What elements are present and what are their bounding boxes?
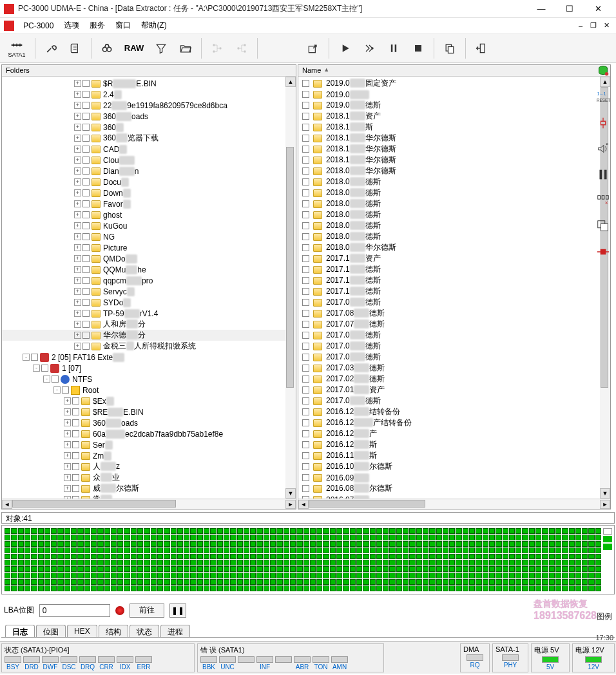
tree-row[interactable]: +TP-59xxxxrV1.4 — [2, 308, 296, 319]
checkbox[interactable] — [302, 255, 309, 262]
list-item[interactable]: 2018.1xxxx斯 — [298, 122, 610, 133]
checkbox[interactable] — [302, 332, 309, 339]
list-item[interactable]: 2017.08xxxx德斯 — [298, 308, 610, 319]
checkbox[interactable] — [302, 485, 309, 492]
checkbox[interactable] — [302, 146, 309, 153]
expander-icon[interactable]: + — [74, 277, 81, 284]
checkbox[interactable] — [82, 266, 90, 273]
checkbox[interactable] — [302, 178, 309, 185]
checkbox[interactable] — [302, 288, 309, 295]
scroll-left-icon[interactable]: ◄ — [298, 500, 309, 509]
tree-row[interactable]: +Serxx — [2, 439, 296, 450]
tree-row[interactable]: +QQMuxxxhe — [2, 264, 296, 275]
binoculars-icon[interactable] — [95, 37, 119, 60]
export-icon[interactable] — [302, 37, 325, 60]
tree-row[interactable]: -Root — [2, 385, 296, 395]
tree-row[interactable]: +Dianxxxxn — [2, 166, 296, 176]
list-item[interactable]: 2019.0xxxxx — [298, 89, 610, 100]
record-icon[interactable] — [115, 606, 124, 615]
tree-row[interactable]: +Favorxx — [2, 198, 296, 209]
list-item[interactable]: 2018.0xxxx德斯 — [298, 198, 610, 209]
tree-row[interactable]: +$Exxx — [2, 395, 296, 406]
list-item[interactable]: 2017.0xxxx德斯 — [298, 395, 610, 406]
list-item[interactable]: 2016.10xxxx尔德斯 — [298, 461, 610, 472]
tree-row[interactable]: +Clouxxxx — [2, 155, 296, 166]
tree-row[interactable]: +常xxx — [2, 494, 296, 499]
expander-icon[interactable]: - — [43, 376, 50, 383]
tree-row[interactable]: +华尔德xxx分 — [2, 330, 296, 341]
tree-row[interactable]: +60axxxxxec2dcab7faa9dbb75ab1ef8e — [2, 428, 296, 439]
funnel-icon[interactable] — [149, 37, 173, 60]
menu-options[interactable]: 选项 — [59, 20, 84, 31]
checkbox[interactable] — [302, 80, 309, 87]
tree-row[interactable]: +QMDoxxx — [2, 253, 296, 264]
checkbox[interactable] — [82, 124, 90, 131]
goto-button[interactable]: 前往 — [130, 604, 164, 618]
expander-icon[interactable]: + — [74, 80, 81, 87]
list-item[interactable]: 2017.0xxxx德斯 — [298, 341, 610, 352]
checkbox[interactable] — [302, 167, 309, 175]
components-icon[interactable]: × — [593, 192, 613, 209]
checkbox[interactable] — [82, 255, 90, 262]
list-item[interactable]: 2017.0xxxx德斯 — [298, 330, 610, 341]
tree-row[interactable]: +威xxxx尔德斯 — [2, 483, 296, 494]
minimize-button[interactable]: — — [527, 1, 555, 17]
lba-input[interactable] — [39, 604, 110, 617]
tree-row[interactable]: +360xxxxoads — [2, 111, 296, 122]
expander-icon[interactable]: + — [64, 463, 71, 470]
expander-icon[interactable]: - — [33, 365, 40, 372]
list-item[interactable]: 2018.1xxxx华尔德斯 — [298, 133, 610, 144]
list-item[interactable]: 2016.07xxxx — [298, 494, 610, 499]
tab-hex[interactable]: HEX — [67, 625, 97, 637]
list-item[interactable]: 2018.1xxxx华尔德斯 — [298, 144, 610, 155]
maximize-button[interactable]: ☐ — [555, 1, 584, 17]
sata-selector[interactable]: SATA1 — [3, 37, 31, 60]
list-item[interactable]: 2016.12xxxx产 — [298, 428, 610, 439]
checkbox[interactable] — [72, 463, 79, 470]
tab-log[interactable]: 日志 — [5, 625, 35, 637]
expander-icon[interactable]: + — [74, 343, 81, 350]
tree-row[interactable]: +NG — [2, 231, 296, 242]
tree-merge-icon[interactable] — [230, 37, 253, 60]
expander-icon[interactable]: + — [74, 102, 81, 109]
expander-icon[interactable]: + — [74, 255, 81, 262]
tree-row[interactable]: -2 [05] FAT16 Extexxx — [2, 352, 296, 363]
list-item[interactable]: 2016.11xxxx斯 — [298, 450, 610, 461]
checkbox[interactable] — [302, 266, 309, 273]
tree-row[interactable]: +Docuxx — [2, 176, 296, 187]
checkbox[interactable] — [302, 441, 309, 448]
close-button[interactable]: ✕ — [584, 1, 612, 17]
checkbox[interactable] — [52, 376, 59, 383]
list-item[interactable]: 2018.0xxxx德斯 — [298, 176, 610, 187]
lba-pause-button[interactable]: ❚❚ — [169, 604, 186, 618]
list-item[interactable]: 2017.1xxxx德斯 — [298, 286, 610, 297]
list-item[interactable]: 2017.0xxxx德斯 — [298, 352, 610, 363]
list-item[interactable]: 2019.0xxxx德斯 — [298, 100, 610, 111]
list-item[interactable]: 2018.0xxxx德斯 — [298, 220, 610, 231]
checkbox[interactable] — [62, 386, 69, 394]
expander-icon[interactable]: + — [64, 419, 71, 426]
checkbox[interactable] — [82, 233, 90, 240]
folders-header[interactable]: Folders — [2, 65, 296, 77]
checkbox[interactable] — [41, 365, 48, 372]
checkbox[interactable] — [302, 463, 309, 470]
connector-icon[interactable] — [593, 115, 613, 131]
checkbox[interactable] — [302, 124, 309, 131]
left-hscroll[interactable]: ◄ ► — [2, 499, 296, 509]
list-item[interactable]: 2017.1xxxx资产 — [298, 253, 610, 264]
checkbox[interactable] — [302, 376, 309, 383]
checkbox[interactable] — [302, 343, 309, 350]
checkbox[interactable] — [82, 167, 90, 175]
tree-row[interactable]: +CADxx — [2, 144, 296, 155]
expander-icon[interactable]: + — [74, 113, 81, 120]
expander-icon[interactable]: + — [74, 211, 81, 218]
tree-row[interactable]: +ghost — [2, 209, 296, 220]
tree-row[interactable]: +$RxxxxxxE.BIN — [2, 78, 296, 89]
checkbox[interactable] — [302, 135, 309, 142]
play-icon[interactable] — [333, 37, 356, 60]
checkbox[interactable] — [302, 365, 309, 372]
mdi-minimize-button[interactable]: – — [575, 20, 586, 32]
checkbox[interactable] — [82, 102, 90, 109]
disk-stack-icon[interactable] — [593, 63, 613, 80]
checkbox[interactable] — [82, 222, 90, 229]
